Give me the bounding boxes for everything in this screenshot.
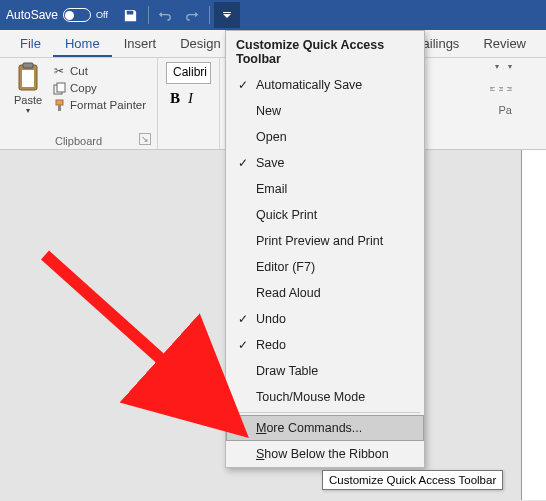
menu-item[interactable]: ✓Save <box>226 150 424 176</box>
svg-rect-25 <box>507 87 512 88</box>
tab-review[interactable]: Review <box>471 32 538 57</box>
menu-item[interactable]: ✓Undo <box>226 306 424 332</box>
menu-item[interactable]: Draw Table <box>226 358 424 384</box>
undo-icon[interactable] <box>153 2 179 28</box>
scissors-icon: ✂ <box>52 64 66 78</box>
check-icon: ✓ <box>238 78 256 92</box>
font-name-selector[interactable]: Calibri (B <box>166 62 211 84</box>
group-clipboard: Paste ▾ ✂ Cut Copy Format Painter Clipb <box>0 58 158 149</box>
svg-rect-20 <box>490 89 493 90</box>
menu-item[interactable]: Read Aloud <box>226 280 424 306</box>
copy-label: Copy <box>70 82 97 94</box>
menu-label: Read Aloud <box>256 286 321 300</box>
autosave-state: Off <box>96 10 108 20</box>
menu-item[interactable]: Editor (F7) <box>226 254 424 280</box>
svg-rect-19 <box>490 87 495 88</box>
paste-label: Paste <box>14 94 42 106</box>
menu-label: Save <box>256 156 285 170</box>
align-right-icon[interactable] <box>507 82 512 96</box>
paste-button[interactable]: Paste ▾ <box>8 62 48 133</box>
check-icon: ✓ <box>238 312 256 326</box>
menu-separator <box>230 412 420 413</box>
align-center-icon[interactable] <box>499 82 504 96</box>
menu-item[interactable]: Email <box>226 176 424 202</box>
bold-button[interactable]: B <box>170 90 180 107</box>
svg-rect-24 <box>499 90 504 91</box>
group-paragraph: ▾ 123 ▾ Pa <box>430 58 520 149</box>
page-edge <box>521 150 546 500</box>
separator <box>148 6 149 24</box>
menu-label: Quick Print <box>256 208 317 222</box>
tab-insert[interactable]: Insert <box>112 32 169 57</box>
menu-label: Print Preview and Print <box>256 234 383 248</box>
paintbrush-icon <box>52 98 66 112</box>
save-icon[interactable] <box>118 2 144 28</box>
menu-title: Customize Quick Access Toolbar <box>226 31 424 72</box>
group-label-paragraph: Pa <box>490 102 512 116</box>
menu-label: New <box>256 104 281 118</box>
svg-rect-2 <box>22 70 34 87</box>
cut-label: Cut <box>70 65 88 77</box>
svg-rect-6 <box>58 105 61 111</box>
svg-rect-23 <box>500 89 503 90</box>
svg-rect-1 <box>23 63 33 68</box>
copy-icon <box>52 81 66 95</box>
menu-item[interactable]: Quick Print <box>226 202 424 228</box>
menu-item[interactable]: ✓Automatically Save <box>226 72 424 98</box>
numbering-icon[interactable]: 123 <box>503 62 504 76</box>
svg-rect-27 <box>507 90 512 91</box>
menu-item[interactable]: Print Preview and Print <box>226 228 424 254</box>
menu-label: how Below the Ribbon <box>264 447 388 461</box>
group-font: Calibri (B B I <box>158 58 220 149</box>
svg-rect-21 <box>490 90 495 91</box>
svg-rect-5 <box>56 100 63 105</box>
menu-item[interactable]: Open <box>226 124 424 150</box>
chevron-down-icon[interactable]: ▾ <box>495 62 499 76</box>
tab-design[interactable]: Design <box>168 32 232 57</box>
redo-icon[interactable] <box>179 2 205 28</box>
menu-label: Undo <box>256 312 286 326</box>
copy-button[interactable]: Copy <box>52 81 146 95</box>
group-label-clipboard: Clipboard ↘ <box>8 133 149 147</box>
customize-qat-button[interactable] <box>214 2 240 28</box>
clipboard-icon <box>15 62 41 92</box>
chevron-down-icon: ▾ <box>26 106 30 115</box>
menu-label: Open <box>256 130 287 144</box>
bullets-icon[interactable] <box>490 62 491 76</box>
menu-label: Touch/Mouse Mode <box>256 390 365 404</box>
menu-label: Redo <box>256 338 286 352</box>
format-painter-label: Format Painter <box>70 99 146 111</box>
format-painter-button[interactable]: Format Painter <box>52 98 146 112</box>
dialog-launcher-icon[interactable]: ↘ <box>139 133 151 145</box>
toggle-track <box>63 8 91 22</box>
autosave-label: AutoSave <box>6 8 58 22</box>
menu-label: Draw Table <box>256 364 318 378</box>
svg-rect-26 <box>509 89 512 90</box>
toggle-knob <box>65 11 74 20</box>
tab-file[interactable]: File <box>8 32 53 57</box>
cut-button[interactable]: ✂ Cut <box>52 64 146 78</box>
check-icon: ✓ <box>238 338 256 352</box>
svg-rect-22 <box>499 87 504 88</box>
menu-label: ore Commands... <box>266 421 362 435</box>
menu-item[interactable]: New <box>226 98 424 124</box>
title-bar: AutoSave Off <box>0 0 546 30</box>
tab-home[interactable]: Home <box>53 32 112 57</box>
autosave-toggle[interactable]: AutoSave Off <box>6 8 108 22</box>
check-icon: ✓ <box>238 156 256 170</box>
menu-item[interactable]: Touch/Mouse Mode <box>226 384 424 410</box>
tooltip: Customize Quick Access Toolbar <box>322 470 503 490</box>
chevron-down-icon[interactable]: ▾ <box>508 62 512 76</box>
svg-rect-4 <box>57 83 65 92</box>
qat-customize-menu: Customize Quick Access Toolbar ✓Automati… <box>225 30 425 468</box>
separator <box>209 6 210 24</box>
align-left-icon[interactable] <box>490 82 495 96</box>
italic-button[interactable]: I <box>188 90 193 107</box>
menu-item-show-below[interactable]: Show Below the Ribbon <box>226 441 424 467</box>
menu-label: Email <box>256 182 287 196</box>
menu-item-more-commands[interactable]: More Commands... <box>226 415 424 441</box>
menu-label: Automatically Save <box>256 78 362 92</box>
menu-label: Editor (F7) <box>256 260 315 274</box>
menu-item[interactable]: ✓Redo <box>226 332 424 358</box>
